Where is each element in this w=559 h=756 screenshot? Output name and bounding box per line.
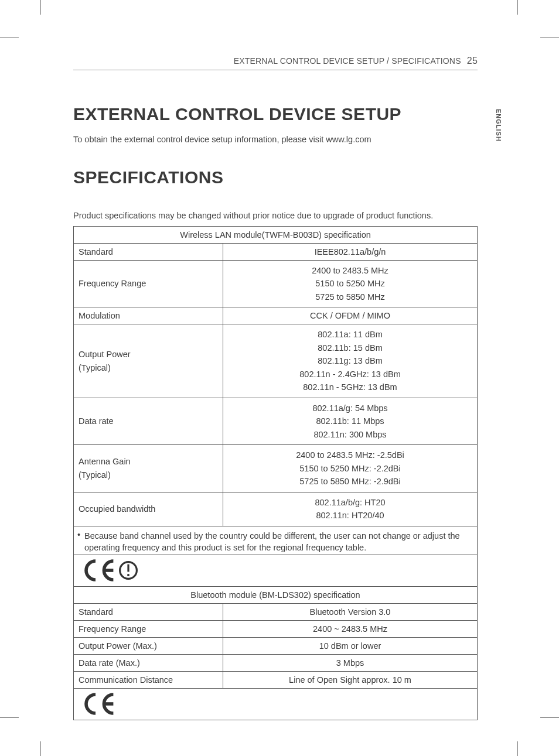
wlan-table-title: Wireless LAN module(TWFM-B003D) specific… xyxy=(74,227,478,244)
bt-rate-value: 3 Mbps xyxy=(223,655,478,672)
page-header: EXTERNAL CONTROL DEVICE SETUP / SPECIFIC… xyxy=(73,56,478,70)
intro-external-control: To obtain the external control device se… xyxy=(73,135,478,144)
wlan-antenna-value: 2400 to 2483.5 MHz: -2.5dBi5150 to 5250 … xyxy=(223,445,478,492)
bt-dist-value: Line of Open Sight approx. 10 m xyxy=(223,672,478,689)
wlan-modulation-value: CCK / OFDM / MIMO xyxy=(223,307,478,324)
heading-specifications: SPECIFICATIONS xyxy=(73,167,478,187)
wlan-note: •Because band channel used by the countr… xyxy=(73,526,478,556)
wlan-rate-value: 802.11a/g: 54 Mbps802.11b: 11 Mbps802.11… xyxy=(223,398,478,444)
bt-power-value: 10 dBm or lower xyxy=(223,638,478,655)
wlan-rate-label: Data rate xyxy=(74,398,223,444)
wlan-standard-label: Standard xyxy=(74,244,223,261)
bt-standard-label: Standard xyxy=(74,604,223,621)
bt-rate-label: Data rate (Max.) xyxy=(74,655,223,672)
intro-specifications: Product specifications may be changed wi… xyxy=(73,211,478,220)
wlan-spec-table: Wireless LAN module(TWFM-B003D) specific… xyxy=(73,226,478,526)
header-section: EXTERNAL CONTROL DEVICE SETUP / SPECIFIC… xyxy=(234,56,461,66)
wlan-note-text: Because band channel used by the country… xyxy=(84,530,470,554)
bt-freq-value: 2400 ~ 2483.5 MHz xyxy=(223,621,478,638)
wlan-standard-value: IEEE802.11a/b/g/n xyxy=(223,244,478,261)
wlan-bandwidth-value: 802.11a/b/g: HT20802.11n: HT20/40 xyxy=(223,492,478,526)
bt-cert-row xyxy=(73,689,478,720)
bt-standard-value: Bluetooth Version 3.0 xyxy=(223,604,478,621)
wlan-freq-label: Frequency Range xyxy=(74,261,223,307)
wlan-bandwidth-label: Occupied bandwidth xyxy=(74,492,223,526)
wlan-freq-value: 2400 to 2483.5 MHz5150 to 5250 MHz5725 t… xyxy=(223,261,478,307)
page-content: EXTERNAL CONTROL DEVICE SETUP / SPECIFIC… xyxy=(73,56,478,720)
wlan-power-label: Output Power(Typical) xyxy=(74,324,223,398)
ce-alert-icon xyxy=(79,559,155,584)
bt-power-label: Output Power (Max.) xyxy=(74,638,223,655)
wlan-cert-row xyxy=(73,555,478,587)
page-number: 25 xyxy=(463,56,478,66)
wlan-power-value: 802.11a: 11 dBm802.11b: 15 dBm802.11g: 1… xyxy=(223,324,478,398)
wlan-modulation-label: Modulation xyxy=(74,307,223,324)
wlan-antenna-label: Antenna Gain(Typical) xyxy=(74,445,223,492)
heading-external-control: EXTERNAL CONTROL DEVICE SETUP xyxy=(73,104,478,124)
svg-point-3 xyxy=(127,574,129,576)
bt-table-title: Bluetooth module (BM-LDS302) specificati… xyxy=(74,587,478,604)
language-tab: ENGLISH xyxy=(495,109,502,142)
bt-spec-table: Bluetooth module (BM-LDS302) specificati… xyxy=(73,587,478,689)
bt-dist-label: Communication Distance xyxy=(74,672,223,689)
ce-icon xyxy=(79,692,131,718)
bt-freq-label: Frequency Range xyxy=(74,621,223,638)
